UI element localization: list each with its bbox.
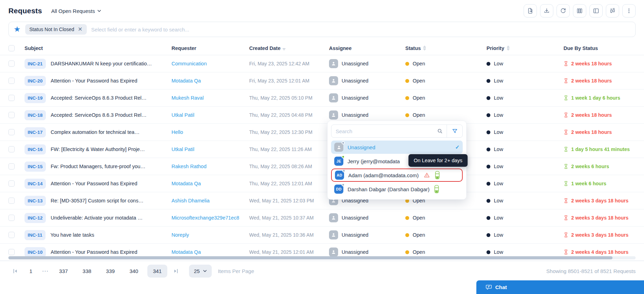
filter-chip[interactable]: Status Not In Closed ✕ — [25, 24, 87, 35]
requester-link[interactable]: Utkal Patil — [172, 146, 194, 152]
row-checkbox[interactable] — [8, 146, 15, 152]
export-button[interactable] — [524, 4, 537, 17]
page-338[interactable]: 338 — [77, 265, 97, 278]
request-id-badge[interactable]: INC-21 — [24, 59, 46, 69]
first-page-button[interactable] — [8, 266, 22, 277]
dropdown-search-input[interactable] — [331, 128, 433, 134]
assignee-option[interactable]: AD Adam (adam@motadata.com) ✓ — [331, 168, 463, 182]
table-row[interactable]: INC-19 Accepted: ServiceOps 8.6.3 Produc… — [0, 89, 644, 107]
requester-link[interactable]: Ashish Dhamelia — [172, 198, 210, 203]
requester-link[interactable]: Mukesh Raval — [172, 95, 204, 101]
horizontal-scrollbar-thumb[interactable] — [8, 256, 612, 259]
table-row[interactable]: INC-12 Undeliverable: Activate your mota… — [0, 209, 644, 227]
favorite-star-icon[interactable]: ★ — [14, 26, 21, 33]
request-id-badge[interactable]: INC-13 — [24, 196, 46, 206]
assignee-option[interactable]: Unassigned ✓ — [331, 141, 463, 154]
table-row[interactable]: INC-18 Accepted: ServiceOps 8.6.3 Produc… — [0, 107, 644, 124]
requester-link[interactable]: Motadata Qa — [172, 181, 201, 186]
table-row[interactable]: INC-21 DARSHANKUMAR N keep your certific… — [0, 55, 644, 72]
table-row[interactable]: INC-17 Complex automation for technical … — [0, 124, 644, 141]
request-id-badge[interactable]: INC-12 — [24, 213, 46, 223]
column-header-priority[interactable]: Priority — [486, 45, 564, 51]
select-all-checkbox[interactable] — [8, 45, 24, 51]
assignee-cell[interactable]: Unassigned — [329, 248, 405, 257]
request-id-badge[interactable]: INC-20 — [24, 76, 46, 86]
page-1[interactable]: 1 — [24, 265, 38, 278]
table-row[interactable]: INC-14 Attention - Your Password has Exp… — [0, 175, 644, 192]
assignee-cell[interactable]: Unassigned — [329, 59, 405, 68]
hourglass-icon — [564, 249, 568, 255]
request-id-badge[interactable]: INC-15 — [24, 162, 46, 172]
close-icon[interactable]: ✕ — [78, 27, 82, 32]
column-header-requester[interactable]: Requester — [172, 45, 249, 51]
chat-icon — [485, 284, 492, 291]
requester-link[interactable]: Communication — [172, 61, 207, 66]
requester-link[interactable]: Motadata Qa — [172, 78, 201, 84]
requester-link[interactable]: Hello — [172, 129, 183, 135]
group-by-button[interactable] — [606, 4, 619, 17]
more-button[interactable] — [622, 4, 636, 17]
row-checkbox[interactable] — [8, 232, 15, 238]
requester-link[interactable]: Rakesh Rathod — [172, 164, 206, 169]
user-avatar-icon — [329, 93, 338, 102]
assignee-cell[interactable]: Unassigned — [329, 213, 405, 222]
page-339[interactable]: 339 — [100, 265, 120, 278]
row-checkbox[interactable] — [8, 129, 15, 135]
request-id-badge[interactable]: INC-14 — [24, 179, 46, 189]
row-checkbox[interactable] — [8, 95, 15, 101]
columns-button[interactable] — [573, 4, 586, 17]
assignee-cell[interactable]: Unassigned — [329, 230, 405, 239]
row-checkbox[interactable] — [8, 78, 15, 84]
refresh-button[interactable] — [556, 4, 570, 17]
assignee-cell[interactable]: Unassigned — [329, 93, 405, 102]
assignee-cell[interactable]: Unassigned — [329, 110, 405, 120]
requester-link[interactable]: Microsoftexchange329e71ec8 — [172, 215, 239, 221]
row-checkbox[interactable] — [8, 198, 15, 204]
filter-funnel-icon[interactable] — [447, 128, 462, 135]
column-header-assignee[interactable]: Assignee — [329, 45, 405, 51]
export-icon — [527, 7, 534, 14]
priority-label: Low — [494, 129, 503, 135]
row-checkbox[interactable] — [8, 163, 15, 170]
row-checkbox[interactable] — [8, 215, 15, 221]
page-341[interactable]: 341 — [147, 265, 167, 278]
download-button[interactable] — [540, 4, 553, 17]
page-337[interactable]: 337 — [54, 265, 74, 278]
column-header-created[interactable]: Created Date — [249, 45, 329, 51]
assignee-option[interactable]: DD Darshan Dabgar (Darshan Dabgar) ✓ — [331, 182, 463, 196]
row-checkbox[interactable] — [8, 112, 15, 118]
chat-button[interactable]: Chat — [476, 280, 644, 294]
table-row[interactable]: INC-16 FW: [Electricity & Water Authorit… — [0, 141, 644, 158]
search-input[interactable] — [91, 27, 630, 33]
items-per-page-select[interactable]: 25 — [189, 265, 212, 278]
column-header-due[interactable]: Due By Status — [564, 45, 636, 51]
table-row[interactable]: INC-11 You have late tasks Noreply Wed, … — [0, 227, 644, 244]
column-header-subject[interactable]: Subject — [24, 45, 172, 51]
request-id-badge[interactable]: INC-17 — [24, 127, 46, 137]
select-all-checkbox-box[interactable] — [8, 45, 15, 51]
table-row[interactable]: INC-13 Re: [MD-30537] Custom script for … — [0, 192, 644, 209]
page-340[interactable]: 340 — [124, 265, 144, 278]
requester-link[interactable]: Utkal Patil — [172, 112, 194, 118]
row-checkbox[interactable] — [8, 180, 15, 187]
request-id-badge[interactable]: INC-11 — [24, 230, 46, 240]
table-row[interactable]: INC-20 Attention - Your Password has Exp… — [0, 72, 644, 89]
request-id-badge[interactable]: INC-16 — [24, 144, 46, 155]
request-id-badge[interactable]: INC-19 — [24, 93, 46, 103]
due-by-status-cell: 2 weeks 4 days 18 hours — [564, 249, 636, 255]
status-cell: Open — [405, 95, 486, 101]
assignee-cell[interactable]: Unassigned — [329, 76, 405, 85]
view-selector[interactable]: All Open Requests — [51, 8, 101, 14]
row-checkbox[interactable] — [8, 249, 15, 255]
request-id-badge[interactable]: INC-18 — [24, 110, 46, 120]
requester-link[interactable]: Motadata Qa — [172, 249, 201, 255]
split-view-button[interactable] — [589, 4, 603, 17]
requester-link[interactable]: Noreply — [172, 232, 189, 238]
request-id-badge[interactable]: INC-10 — [24, 247, 46, 257]
row-checkbox[interactable] — [8, 60, 15, 67]
status-dot-icon — [405, 62, 409, 66]
column-header-status[interactable]: Status — [405, 45, 486, 51]
priority-dot-icon — [486, 96, 490, 100]
last-page-button[interactable] — [169, 266, 183, 277]
table-row[interactable]: INC-15 Fw: Product Managers, future-proo… — [0, 158, 644, 175]
